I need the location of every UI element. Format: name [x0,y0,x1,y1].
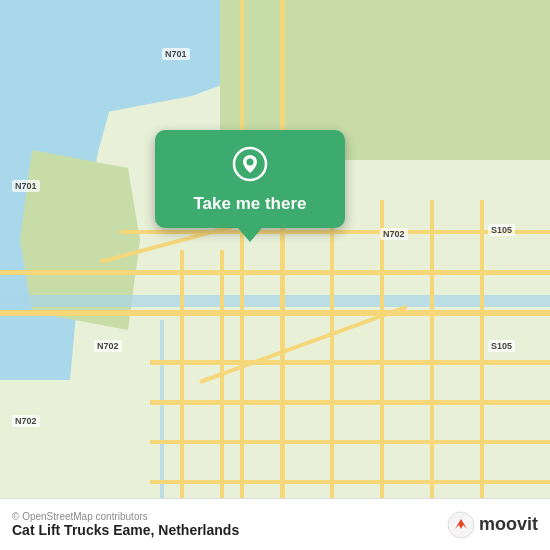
road-v6 [240,0,244,550]
take-me-there-label: Take me there [193,194,306,214]
road-h1 [0,310,550,316]
road-h5 [150,480,550,484]
road-label-n702-mid: N702 [94,340,122,352]
road-h6 [0,270,550,275]
bottom-left-info: © OpenStreetMap contributors Cat Lift Tr… [12,511,239,538]
road-diagonal-2 [199,305,407,384]
road-label-s105-top: S105 [488,224,515,236]
moovit-logo-icon [447,511,475,539]
map-background [0,0,550,550]
location-pin-icon-wrapper [232,146,268,186]
location-name: Cat Lift Trucks Eame, Netherlands [12,522,239,538]
road-h3 [150,400,550,405]
moovit-logo: moovit [447,511,538,539]
svg-point-1 [247,159,254,166]
road-h7 [120,230,550,234]
road-h2 [150,360,550,365]
moovit-brand-text: moovit [479,514,538,535]
canal-horizontal [0,295,550,307]
road-label-n702-bottom: N702 [12,415,40,427]
map-container: N701 N701 N702 N702 N702 S105 S105 Take … [0,0,550,550]
road-label-s105-bottom: S105 [488,340,515,352]
road-label-n702-right: N702 [380,228,408,240]
location-pin-icon [232,146,268,182]
take-me-there-popup[interactable]: Take me there [155,130,345,228]
bottom-info-bar: © OpenStreetMap contributors Cat Lift Tr… [0,498,550,550]
road-v1 [280,0,285,550]
road-h4 [150,440,550,444]
road-label-n701-top: N701 [162,48,190,60]
copyright-text: © OpenStreetMap contributors [12,511,239,522]
road-label-n701-left: N701 [12,180,40,192]
